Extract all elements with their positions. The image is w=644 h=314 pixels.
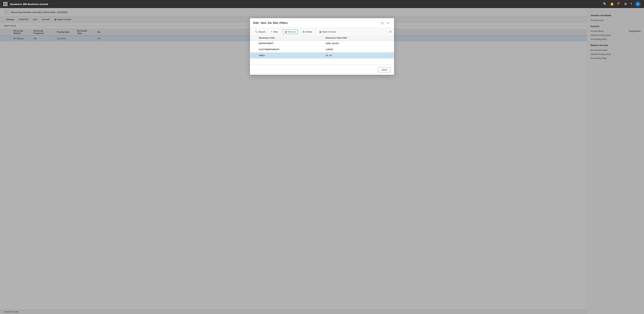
- settings-icon[interactable]: ⚙: [624, 2, 627, 6]
- topbar: Dynamics 365 Business Central 🔍 🔔 🚩 ⚙ ? …: [0, 0, 644, 8]
- modal-table-header: Dimension Code ↑ Dimension Value Filter: [250, 36, 394, 41]
- dim-filter-3-container: ···: [324, 54, 391, 57]
- app-title: Dynamics 365 Business Central: [10, 3, 603, 6]
- dim-filter-1[interactable]: ADM..SALES: [324, 42, 391, 45]
- modal-expand-button[interactable]: ⬜: [380, 21, 384, 25]
- dim-code-1: DEPARTMENT: [258, 42, 324, 45]
- dim-code-3: AREA: [258, 54, 324, 57]
- modal-close-btn[interactable]: Close: [378, 67, 390, 72]
- modal-close-button[interactable]: ✕: [386, 21, 390, 25]
- modal-toolbar: 🔍 Search ＋ New ▦ Edit List 🗑 Delete: [250, 28, 394, 36]
- modal-header: Edit - Gen. Jnl. Dim. Filters ⬜ ✕: [250, 18, 394, 28]
- modal-open-excel-button[interactable]: ▦ Open in Excel: [317, 30, 338, 34]
- dim-row-1[interactable]: DEPARTMENT ADM..SALES: [250, 41, 394, 47]
- toolbar-separator-2: [299, 30, 299, 33]
- toolbar-separator-1: [281, 30, 282, 33]
- user-avatar[interactable]: IK: [635, 1, 641, 7]
- dim-filter-3-lookup[interactable]: ···: [388, 54, 390, 57]
- modal-delete-icon: 🗑: [303, 31, 305, 33]
- search-icon[interactable]: 🔍: [603, 2, 607, 6]
- modal-new-button[interactable]: ＋ New: [268, 29, 280, 34]
- dim-row-3[interactable]: → AREA ···: [250, 53, 394, 59]
- row-arrow-3: →: [253, 54, 258, 57]
- modal-search-button[interactable]: 🔍 Search: [253, 30, 268, 34]
- modal-dialog: Edit - Gen. Jnl. Dim. Filters ⬜ ✕ 🔍 Sear…: [250, 18, 394, 75]
- dim-row-2[interactable]: CUSTOMERGROUP LARGE: [250, 47, 394, 53]
- notification-icon[interactable]: 🔔: [610, 2, 614, 6]
- modal-search-icon: 🔍: [255, 31, 258, 33]
- main-area: ← Recurring General Journals | Work Date…: [0, 8, 644, 314]
- modal-title: Edit - Gen. Jnl. Dim. Filters: [254, 22, 378, 25]
- modal-footer: Close: [250, 65, 394, 75]
- modal-more-options[interactable]: ≡: [390, 30, 391, 34]
- modal-delete-button[interactable]: 🗑 Delete: [300, 30, 314, 34]
- modal-edit-list-icon: ▦: [285, 31, 287, 33]
- waffle-menu[interactable]: [3, 2, 8, 6]
- modal-new-icon: ＋: [270, 30, 272, 33]
- dim-filter-2[interactable]: LARGE: [324, 48, 391, 51]
- bookmark-icon[interactable]: 🚩: [617, 2, 621, 6]
- dim-row-4[interactable]: [250, 59, 394, 65]
- dim-code-2: CUSTOMERGROUP: [258, 48, 324, 51]
- help-icon[interactable]: ?: [630, 2, 632, 6]
- col-dim-code-header: Dimension Code ↑: [258, 37, 324, 39]
- modal-overlay: Edit - Gen. Jnl. Dim. Filters ⬜ ✕ 🔍 Sear…: [0, 8, 644, 314]
- modal-excel-icon: ▦: [319, 31, 321, 33]
- modal-edit-list-button[interactable]: ▦ Edit List: [283, 30, 298, 34]
- modal-table: Dimension Code ↑ Dimension Value Filter …: [250, 36, 394, 65]
- col-dim-filter-header: Dimension Value Filter: [324, 37, 391, 39]
- dim-filter-3-input[interactable]: [326, 54, 387, 57]
